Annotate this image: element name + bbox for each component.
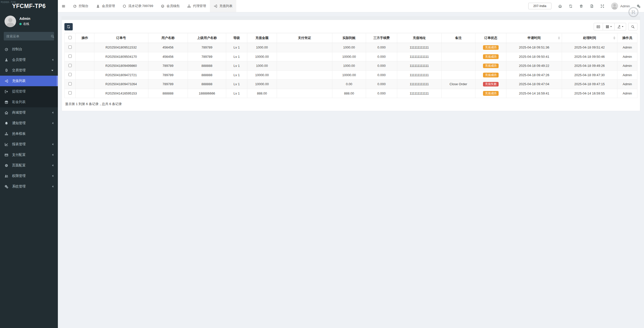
cell-remark: Close Order: [441, 80, 475, 89]
table-toolbar: [64, 23, 637, 30]
column-header[interactable]: 处理时间: [562, 33, 617, 43]
cell-voucher: [277, 80, 332, 89]
column-header[interactable]: 充值金额: [247, 33, 277, 43]
cell-parent: 888888: [188, 80, 226, 89]
export-button[interactable]: [615, 23, 626, 30]
cell-amount: 1000.00: [247, 43, 277, 52]
column-header-label: 处理时间: [583, 36, 596, 40]
sidebar-item[interactable]: 系统管理: [0, 181, 58, 192]
table-row: R2025041809504170456456789789Lv 110000.0…: [65, 52, 637, 61]
select-all-checkbox[interactable]: [68, 36, 72, 39]
column-header[interactable]: 操作员: [617, 33, 637, 43]
cell-process_time: 2025-04-18 09:50:46: [562, 52, 617, 61]
table-row: R2025041809499860789789888888Lv 11000.00…: [65, 61, 637, 71]
nav-tab[interactable]: 代理管理: [183, 0, 210, 12]
row-checkbox[interactable]: [68, 45, 72, 49]
sidebar-item[interactable]: 会员管理: [0, 55, 58, 65]
sidebar-subitem[interactable]: 提现管理: [0, 86, 58, 97]
column-header[interactable]: 支付凭证: [277, 33, 332, 43]
status-badge: 充值成功: [483, 64, 499, 68]
cell-amount: 10000.00: [247, 52, 277, 61]
record-summary: 显示第 1 到第 6 条记录，总共 6 条记录: [64, 98, 637, 107]
sort-carets-icon[interactable]: [613, 36, 615, 39]
admin-menu[interactable]: Admin: [611, 3, 630, 10]
nav-tab[interactable]: 流水记录:789789: [119, 0, 157, 12]
sort-carets-icon[interactable]: [558, 36, 560, 39]
column-header[interactable]: 操作: [76, 33, 94, 43]
cell-apply_time: 2025-04-18 09:50:41: [506, 52, 562, 61]
cell-apply_time: 2025-04-14 16:59:41: [506, 89, 562, 98]
row-checkbox[interactable]: [68, 91, 72, 95]
sidebar-item[interactable]: 报表管理: [0, 139, 58, 150]
hamburger-icon[interactable]: [58, 0, 69, 12]
cell-apply_time: 2025-04-18 09:47:04: [506, 80, 562, 89]
sidebar-item-label: 控制台: [12, 47, 53, 52]
column-header[interactable]: 三方手续费: [366, 33, 397, 43]
cell-process_time: 2025-04-18 09:47:15: [562, 80, 617, 89]
columns-button[interactable]: [603, 23, 615, 30]
site-select[interactable]: [528, 3, 551, 9]
row-checkbox[interactable]: [68, 82, 72, 85]
cell-level: Lv 1: [226, 80, 247, 89]
refresh-icon[interactable]: [569, 4, 573, 8]
status-badge: 充值成功: [483, 73, 499, 77]
nav-tab[interactable]: 会员钱包: [157, 0, 183, 12]
sidebar-item-label: 权限管理: [12, 174, 52, 178]
avatar: [5, 16, 16, 27]
sidebar-item[interactable]: 通知管理: [0, 118, 58, 128]
trash-icon[interactable]: [579, 4, 583, 8]
nav-tab[interactable]: 充值列表: [210, 0, 236, 12]
column-header[interactable]: 实际到账: [332, 33, 366, 43]
cell-amount: 10000.00: [247, 70, 277, 80]
refresh-button[interactable]: [64, 23, 73, 30]
row-checkbox[interactable]: [68, 55, 72, 58]
column-header[interactable]: 申请时间: [506, 33, 562, 43]
column-header-label: 订单状态: [484, 36, 497, 40]
sidebar-item-label: 商城管理: [12, 110, 52, 115]
cell-order_no: R2025041416595153: [94, 89, 148, 98]
fullscreen-icon[interactable]: [600, 4, 604, 8]
nav-tab[interactable]: 控制台: [69, 0, 92, 12]
clear-cache-icon[interactable]: [590, 4, 594, 8]
cell-operator: Admin: [617, 70, 637, 80]
cell-address: 111111111111: [397, 43, 441, 52]
column-header[interactable]: 订单状态: [475, 33, 506, 43]
sidebar-subitem[interactable]: 充值列表: [0, 76, 58, 86]
menu-search: [4, 32, 54, 40]
cell-status: 充值成功: [475, 89, 506, 98]
user-name: Admin: [19, 17, 30, 21]
sidebar-item[interactable]: 商城管理: [0, 107, 58, 118]
cell-op: [76, 70, 94, 80]
sidebar-item[interactable]: 交易管理: [0, 65, 58, 76]
caret-down-icon: [610, 26, 612, 27]
user-icon: [96, 4, 100, 8]
cell-fee: 0.000: [366, 52, 397, 61]
row-checkbox[interactable]: [68, 64, 72, 67]
column-header[interactable]: 订单号: [94, 33, 148, 43]
sidebar-item[interactable]: 支付配置: [0, 150, 58, 160]
sidebar-subitem[interactable]: 彩金列表: [0, 97, 58, 107]
table-search-button[interactable]: [628, 23, 637, 30]
sidebar-item[interactable]: 抢单模板: [0, 128, 58, 139]
row-checkbox-cell: [65, 70, 76, 80]
search-icon[interactable]: [51, 34, 54, 38]
sidebar-item[interactable]: 页面配置: [0, 160, 58, 171]
gauge-icon: [5, 48, 9, 51]
sidebar-item-label: 支付配置: [12, 153, 52, 157]
nav-tab[interactable]: 会员管理: [92, 0, 119, 12]
settings-gears-icon[interactable]: [637, 4, 640, 8]
sidebar-item[interactable]: 权限管理: [0, 171, 58, 181]
cell-parent: 188886666: [188, 89, 226, 98]
column-header[interactable]: 等级: [226, 33, 247, 43]
column-header[interactable]: 充值地址: [397, 33, 441, 43]
menu-search-input[interactable]: [6, 34, 51, 38]
row-checkbox[interactable]: [68, 73, 72, 76]
sidebar-item[interactable]: 控制台: [0, 44, 58, 55]
status-badge: 充值成功: [483, 45, 499, 50]
column-header[interactable]: 上级用户名称: [188, 33, 226, 43]
toggle-view-button[interactable]: [594, 23, 603, 30]
column-header[interactable]: 备注: [441, 33, 475, 43]
column-header[interactable]: 用户名称: [148, 33, 188, 43]
sidebar-item-label: 会员管理: [12, 58, 52, 62]
home-icon[interactable]: [558, 4, 562, 8]
